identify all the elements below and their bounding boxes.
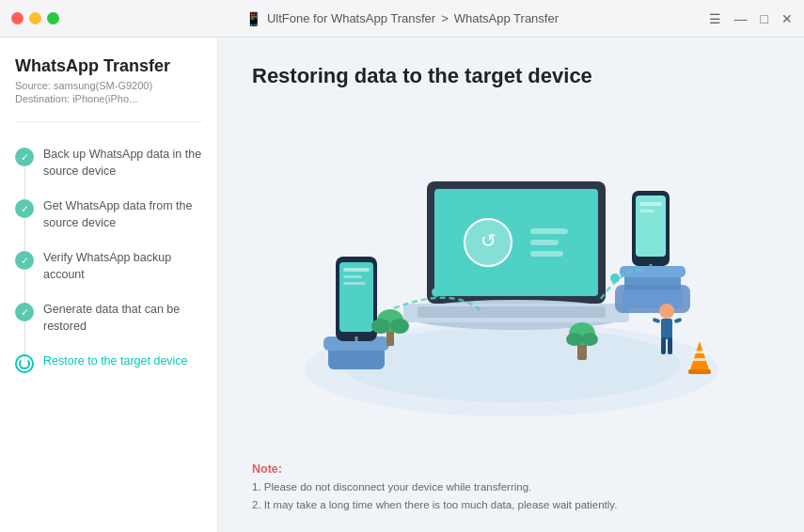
close-button[interactable] <box>11 12 24 24</box>
source-label: Source: samsung(SM-G9200) <box>15 80 202 91</box>
titlebar: 📱 UltFone for WhatsApp Transfer > WhatsA… <box>0 0 804 38</box>
svg-rect-16 <box>343 268 370 272</box>
main-layout: WhatsApp Transfer Source: samsung(SM-G92… <box>0 38 804 532</box>
step-3-label: Verify WhatsApp backup account <box>43 250 202 283</box>
destination-label: Destination: iPhone(iPho... <box>15 93 202 104</box>
svg-rect-7 <box>530 240 559 245</box>
breadcrumb-separator: > <box>441 11 449 25</box>
breadcrumb-current: WhatsApp Transfer <box>454 11 559 25</box>
window-controls[interactable] <box>11 12 59 24</box>
step-1-label: Back up WhatsApp data in the source devi… <box>43 147 202 180</box>
step-2-icon: ✓ <box>15 199 34 218</box>
step-4-icon: ✓ <box>15 303 34 321</box>
sidebar: WhatsApp Transfer Source: samsung(SM-G92… <box>0 38 218 532</box>
content-area: Restoring data to the target device ↺ <box>218 38 804 532</box>
svg-point-47 <box>566 333 583 346</box>
svg-rect-6 <box>530 228 568 234</box>
steps-list: ✓ Back up WhatsApp data in the source de… <box>15 137 202 383</box>
svg-point-48 <box>581 333 598 346</box>
sidebar-title: WhatsApp Transfer <box>15 56 202 76</box>
transfer-illustration: ↺ <box>267 125 756 426</box>
svg-rect-18 <box>343 282 366 285</box>
svg-rect-28 <box>639 202 662 206</box>
svg-rect-8 <box>530 251 563 257</box>
svg-text:↺: ↺ <box>480 230 496 251</box>
app-name: UltFone for WhatsApp Transfer <box>267 11 435 25</box>
step-1-icon: ✓ <box>15 148 34 166</box>
maximize-button[interactable] <box>47 12 59 24</box>
titlebar-actions[interactable]: ☰ — □ ✕ <box>709 11 793 26</box>
svg-point-23 <box>390 319 409 334</box>
svg-point-34 <box>610 274 620 283</box>
svg-point-35 <box>659 304 674 319</box>
step-item-2: ✓ Get WhatsApp data from the source devi… <box>15 189 202 241</box>
svg-rect-17 <box>343 275 362 278</box>
step-3-icon: ✓ <box>15 251 34 270</box>
svg-point-22 <box>371 319 390 334</box>
step-item-4: ✓ Generate data that can be restored <box>15 292 202 344</box>
app-icon: 📱 <box>245 11 261 26</box>
svg-rect-29 <box>639 210 654 212</box>
minimize-icon[interactable]: — <box>734 11 748 26</box>
minimize-button[interactable] <box>29 12 41 24</box>
svg-rect-11 <box>418 306 606 318</box>
svg-rect-37 <box>661 337 666 354</box>
note-heading: Note: <box>252 462 770 476</box>
note-line-2: 2. It may take a long time when there is… <box>252 496 770 513</box>
step-item-3: ✓ Verify WhatsApp backup account <box>15 241 202 292</box>
svg-rect-42 <box>688 369 711 374</box>
menu-icon[interactable]: ☰ <box>709 11 721 26</box>
sidebar-divider <box>15 121 202 122</box>
content-title: Restoring data to the target device <box>252 64 770 88</box>
step-5-icon <box>15 354 34 373</box>
illustration-area: ↺ <box>252 96 770 455</box>
step-2-label: Get WhatsApp data from the source device <box>43 198 202 231</box>
step-item-5: Restore to the target device <box>15 344 202 383</box>
step-5-label: Restore to the target device <box>43 353 188 370</box>
titlebar-title: 📱 UltFone for WhatsApp Transfer > WhatsA… <box>245 11 559 26</box>
maximize-icon[interactable]: □ <box>761 11 768 26</box>
svg-rect-40 <box>673 318 682 323</box>
svg-rect-15 <box>339 262 373 332</box>
svg-rect-43 <box>692 351 707 353</box>
svg-rect-36 <box>661 319 672 339</box>
svg-rect-38 <box>668 337 672 354</box>
step-item-1: ✓ Back up WhatsApp data in the source de… <box>15 137 202 189</box>
close-icon[interactable]: ✕ <box>781 11 793 26</box>
svg-rect-3 <box>434 189 598 296</box>
step-4-label: Generate data that can be restored <box>43 302 202 335</box>
note-section: Note: 1. Please do not disconnect your d… <box>252 455 770 513</box>
svg-rect-39 <box>652 318 660 323</box>
svg-rect-44 <box>693 358 706 361</box>
note-line-1: 1. Please do not disconnect your device … <box>252 478 770 495</box>
svg-rect-32 <box>623 289 683 308</box>
svg-point-33 <box>432 288 441 297</box>
